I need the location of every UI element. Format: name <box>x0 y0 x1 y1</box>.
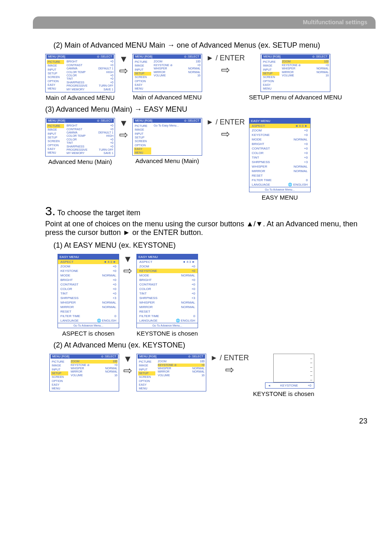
menu-right-row: GAMMADEFAULT 1 <box>67 67 113 70</box>
menu-left-item[interactable]: INPUT <box>134 68 151 71</box>
easy-menu-row[interactable]: COLOR+0 <box>58 287 119 291</box>
easy-menu-row[interactable]: FILTER TIME0 <box>58 314 119 318</box>
menu-left-item[interactable]: INPUT <box>47 68 64 71</box>
menu-left-item[interactable]: PICTURE <box>51 360 68 364</box>
down-arrow-icon: ▼ <box>119 118 128 129</box>
menu-left-item[interactable]: SCREEN <box>51 375 68 379</box>
menu-right-row: VOLUME16 <box>282 74 329 77</box>
easy-menu-row[interactable]: COLOR+0 <box>137 287 198 291</box>
easy-menu-aspect: EASY MENUASPECT◄ 4:3 ►ZOOM+0KEYSTONE+0MO… <box>58 254 119 328</box>
menu-left-item[interactable]: PICTURE <box>134 124 151 128</box>
menu-left-item[interactable]: INPUT <box>47 132 64 136</box>
menu-left-item[interactable]: SETUP <box>47 136 64 139</box>
easy-menu-row[interactable]: CONTRAST+0 <box>58 282 119 287</box>
easy-menu-row[interactable]: CONTRAST+0 <box>249 146 310 151</box>
menu-left-item[interactable]: OPTION <box>262 79 279 83</box>
menu-left-item[interactable]: EASY MENU <box>134 83 151 91</box>
menu-left-item[interactable]: IMAGE <box>138 364 155 368</box>
menu-left-item[interactable]: IMAGE <box>134 64 151 68</box>
menu-left-item[interactable]: OPTION <box>51 379 68 383</box>
menu-left-item[interactable]: INPUT <box>262 68 279 71</box>
menu-left-item[interactable]: OPTION <box>134 79 151 83</box>
menu-left-item[interactable]: OPTION <box>134 143 151 147</box>
menu-left-item[interactable]: INPUT <box>138 368 155 371</box>
right-arrow-icon: ⇨ <box>206 64 245 76</box>
menu-left-item[interactable]: IMAGE <box>134 128 151 132</box>
menu-left-item[interactable]: SCREEN <box>47 76 64 79</box>
menu-left-item[interactable]: IMAGE <box>47 128 64 132</box>
easy-menu-row[interactable]: COLOR+0 <box>249 151 310 155</box>
menu-left-item[interactable]: SETUP <box>138 371 155 375</box>
easy-menu-row[interactable]: ZOOM+0 <box>58 264 119 269</box>
easy-menu-row[interactable]: RESET <box>58 309 119 314</box>
menu-left-item[interactable]: OPTION <box>138 379 155 383</box>
menu-left-item[interactable]: SCREEN <box>262 76 279 79</box>
easy-menu-row[interactable]: SHRPNESS+3 <box>137 296 198 300</box>
easy-menu-row[interactable]: ASPECT◄ 4:3 ► <box>58 260 119 264</box>
easy-menu-row[interactable]: TINT+0 <box>137 291 198 296</box>
easy-menu-row[interactable]: WHISPERNORMAL <box>58 300 119 305</box>
menu-left-item[interactable]: SETUP <box>134 136 151 139</box>
setup-menu-adv: MENU [RGB]⊙ :SELECTPICTUREIMAGEINPUTSETU… <box>261 54 330 92</box>
menu-left-item[interactable]: IMAGE <box>51 364 68 368</box>
menu-left-item[interactable]: IMAGE <box>47 64 64 68</box>
menu-left-item[interactable]: EASY MENU <box>47 147 64 155</box>
menu-left-item[interactable]: EASY MENU <box>134 147 151 155</box>
easy-menu-row[interactable]: RESET <box>137 309 198 314</box>
easy-menu-row[interactable]: BRIGHT+0 <box>58 278 119 282</box>
menu-left-item[interactable]: SCREEN <box>134 140 151 143</box>
easy-menu-row[interactable]: SHRPNESS+3 <box>58 296 119 300</box>
menu-left-item[interactable]: EASY MENU <box>47 83 64 91</box>
easy-menu-row[interactable]: MODENORMAL <box>137 273 198 278</box>
easy-menu-row[interactable]: CONTRAST+0 <box>137 282 198 287</box>
menu-left-item[interactable]: SCREEN <box>134 76 151 79</box>
easy-menu-row[interactable]: FILTER TIME0 <box>249 178 310 182</box>
easy-menu-row[interactable]: MODENORMAL <box>249 137 310 142</box>
menu-left-item[interactable]: IMAGE <box>262 64 279 68</box>
easy-menu-row[interactable]: KEYSTONE+0 <box>58 269 119 273</box>
menu-left-item[interactable]: EASY MENU <box>138 383 155 391</box>
easy-menu-row[interactable]: LANGUAGE🌐 ENGLISH <box>137 318 198 323</box>
easy-menu-row[interactable]: KEYSTONE+0 <box>137 269 198 273</box>
easy-menu-row[interactable]: ZOOM+0 <box>249 128 310 133</box>
menu-left-item[interactable]: OPTION <box>47 143 64 147</box>
easy-menu-row[interactable]: MODENORMAL <box>58 273 119 278</box>
easy-menu-row[interactable]: SHRPNESS+3 <box>249 160 310 164</box>
menu-left-item[interactable]: SETUP <box>262 72 279 76</box>
easy-menu-row[interactable]: WHISPERNORMAL <box>249 164 310 169</box>
section3-title: (3) Advanced Menu (Main) → EASY MENU <box>45 105 367 114</box>
menu-left-item[interactable]: PICTURE <box>262 60 279 64</box>
easy-menu-row[interactable]: MIRRORNORMAL <box>137 305 198 309</box>
easy-menu-row[interactable]: LANGUAGE🌐 ENGLISH <box>249 182 310 187</box>
menu-left-item[interactable]: PICTURE <box>47 60 64 64</box>
menu-left-item[interactable]: PICTURE <box>47 124 64 128</box>
easy-menu-row[interactable]: RESET <box>249 173 310 178</box>
easy-menu-row[interactable]: WHISPERNORMAL <box>137 300 198 305</box>
easy-menu-row[interactable]: FILTER TIME0 <box>137 314 198 318</box>
menu-left-item[interactable]: PICTURE <box>138 360 155 364</box>
menu-left-item[interactable]: EASY MENU <box>262 83 279 91</box>
enter-label: ► / ENTER <box>206 54 245 63</box>
menu-left-item[interactable]: SETUP <box>134 72 151 76</box>
easy-menu-row[interactable]: BRIGHT+0 <box>137 278 198 282</box>
menu-left-item[interactable]: PICTURE <box>134 60 151 64</box>
menu-left-item[interactable]: SETUP <box>51 371 68 375</box>
easy-menu-row[interactable]: ZOOM+0 <box>137 264 198 269</box>
menu-left-item[interactable]: SCREEN <box>138 375 155 379</box>
menu-left-item[interactable]: SCREEN <box>47 140 64 143</box>
menu-left-item[interactable]: INPUT <box>51 368 68 371</box>
menu-left-item[interactable]: OPTION <box>47 79 64 83</box>
menu-left-item[interactable]: SETUP <box>47 72 64 76</box>
easy-menu-row[interactable]: TINT+0 <box>249 155 310 160</box>
easy-menu-row[interactable]: LANGUAGE🌐 ENGLISH <box>58 318 119 323</box>
menu-left-item[interactable]: EASY MENU <box>51 383 68 391</box>
easy-menu-row[interactable]: ASPECT◄ 4:3 ► <box>249 124 310 128</box>
easy-menu-row[interactable]: TINT+0 <box>58 291 119 296</box>
easy-menu-row[interactable]: BRIGHT+0 <box>249 142 310 146</box>
easy-menu-row[interactable]: MIRRORNORMAL <box>249 169 310 173</box>
menu-left-item[interactable]: INPUT <box>134 132 151 136</box>
easy-menu-row[interactable]: MIRRORNORMAL <box>58 305 119 309</box>
menu-right-row: COLOR TEMPHIGH <box>67 71 113 74</box>
easy-menu-row[interactable]: KEYSTONE+0 <box>249 133 310 137</box>
easy-menu-row[interactable]: ASPECT◄ 4:3 ► <box>137 260 198 264</box>
